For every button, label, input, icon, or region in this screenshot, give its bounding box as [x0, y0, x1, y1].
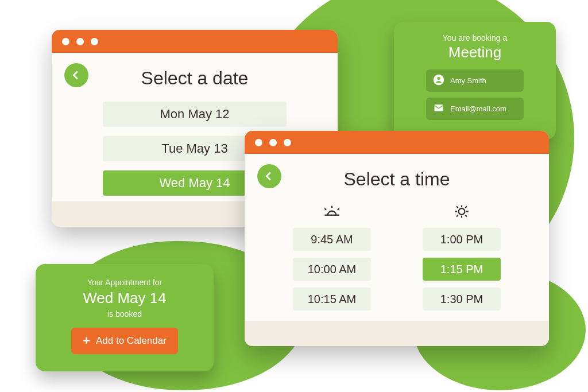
booking-type: Meeting — [394, 44, 556, 61]
traffic-light-icon — [91, 38, 98, 45]
morning-column: 9:45 AM 10:00 AM 10:15 AM — [293, 203, 371, 311]
mail-icon — [433, 102, 444, 115]
date-window-title: Select a date — [75, 68, 315, 89]
booking-user-email: Email@mail.com — [450, 104, 506, 113]
time-window-title: Select a time — [268, 169, 526, 190]
add-to-calendar-button[interactable]: + Add to Calendar — [71, 328, 178, 354]
confirmation-card: Your Appointment for Wed May 14 is booke… — [36, 264, 214, 371]
traffic-light-icon — [284, 139, 291, 146]
confirmation-booked-text: is booked — [36, 309, 214, 319]
time-picker-window: Select a time 9:45 AM 10:00 AM 10:15 AM … — [245, 131, 549, 346]
sunrise-icon — [322, 203, 342, 220]
confirmation-date: Wed May 14 — [36, 289, 214, 307]
window-titlebar — [52, 30, 338, 53]
booking-summary-card: You are booking a Meeting Amy Smith Emai… — [394, 22, 556, 139]
plus-icon: + — [83, 335, 90, 347]
user-icon — [433, 74, 444, 87]
svg-point-1 — [437, 77, 440, 80]
booking-user-name-chip[interactable]: Amy Smith — [426, 69, 524, 92]
sun-icon — [451, 203, 472, 220]
arrow-left-icon — [70, 69, 83, 81]
time-slot-selected[interactable]: 1:15 PM — [423, 258, 501, 281]
traffic-light-icon — [255, 139, 262, 146]
time-slot[interactable]: 10:00 AM — [293, 258, 371, 281]
booking-subtitle: You are booking a — [394, 33, 556, 42]
window-titlebar — [245, 131, 549, 154]
back-button[interactable] — [64, 63, 88, 87]
booking-user-name: Amy Smith — [450, 76, 486, 85]
add-to-calendar-label: Add to Calendar — [96, 335, 167, 347]
time-slot[interactable]: 10:15 AM — [293, 288, 371, 311]
time-slot[interactable]: 1:30 PM — [423, 288, 501, 311]
back-button[interactable] — [257, 164, 281, 188]
traffic-light-icon — [269, 139, 277, 146]
window-footer — [245, 321, 549, 346]
booking-user-email-chip[interactable]: Email@mail.com — [426, 98, 524, 120]
traffic-light-icon — [62, 38, 69, 45]
time-slot[interactable]: 1:00 PM — [423, 228, 501, 251]
date-option[interactable]: Mon May 12 — [103, 102, 287, 127]
time-slot[interactable]: 9:45 AM — [293, 228, 371, 251]
arrow-left-icon — [263, 170, 276, 183]
confirmation-subtitle: Your Appointment for — [36, 278, 214, 287]
svg-point-3 — [459, 208, 465, 215]
traffic-light-icon — [76, 38, 84, 45]
afternoon-column: 1:00 PM 1:15 PM 1:30 PM — [423, 203, 501, 311]
